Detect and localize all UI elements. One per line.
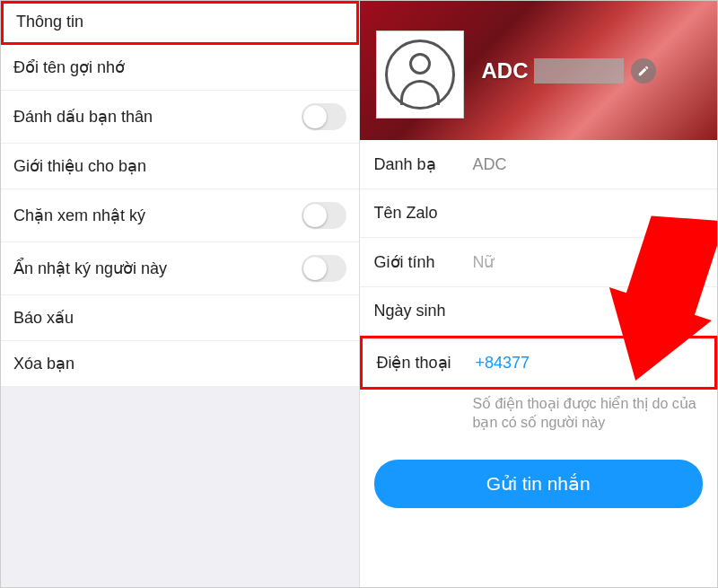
edit-name-button[interactable] [631, 58, 656, 83]
settings-menu-panel: Thông tin Đổi tên gợi nhớ Đánh dấu bạn t… [1, 1, 360, 587]
profile-header: ADC [360, 1, 718, 140]
empty-area [1, 387, 359, 587]
info-row-dob: Ngày sinh [360, 287, 718, 336]
menu-item-label: Chặn xem nhật ký [13, 206, 302, 225]
menu-item-block-timeline[interactable]: Chặn xem nhật ký [1, 189, 359, 242]
info-row-contact: Danh bạ ADC [360, 140, 718, 189]
menu-item-unfriend[interactable]: Xóa bạn [1, 341, 359, 387]
redacted-name [534, 58, 624, 83]
info-value-phone[interactable]: +84377 [476, 354, 530, 373]
avatar[interactable] [376, 31, 464, 118]
menu-item-info[interactable]: Thông tin [1, 1, 359, 45]
settings-list: Thông tin Đổi tên gợi nhớ Đánh dấu bạn t… [1, 1, 359, 387]
menu-item-label: Đánh dấu bạn thân [13, 107, 302, 127]
menu-item-label: Thông tin [16, 13, 344, 31]
menu-item-label: Báo xấu [13, 308, 346, 328]
profile-name-row: ADC [464, 58, 656, 83]
send-message-button[interactable]: Gửi tin nhắn [374, 460, 704, 508]
info-key: Điện thoại [377, 353, 476, 373]
menu-item-label: Xóa bạn [13, 354, 346, 373]
toggle-close-friend[interactable] [302, 103, 346, 130]
profile-info-list: Danh bạ ADC Tên Zalo Giới tính Nữ Ngày s… [360, 140, 718, 447]
menu-item-rename[interactable]: Đổi tên gợi nhớ [1, 45, 359, 91]
menu-item-report[interactable]: Báo xấu [1, 295, 359, 341]
phone-note: Số điện thoại được hiển thị do của bạn c… [360, 390, 718, 447]
info-row-phone: Điện thoại +84377 [363, 338, 715, 387]
info-value: Nữ [473, 252, 495, 272]
pencil-icon [637, 65, 650, 77]
toggle-block-timeline[interactable] [302, 202, 346, 229]
info-value: ADC [473, 155, 507, 174]
menu-item-label: Ẩn nhật ký người này [13, 259, 302, 278]
menu-item-label: Giới thiệu cho bạn [13, 156, 346, 176]
menu-item-close-friend[interactable]: Đánh dấu bạn thân [1, 91, 359, 144]
info-row-gender: Giới tính Nữ [360, 238, 718, 287]
menu-item-introduce[interactable]: Giới thiệu cho bạn [1, 144, 359, 189]
info-key: Danh bạ [374, 154, 473, 174]
toggle-hide-timeline[interactable] [302, 255, 346, 282]
info-key: Tên Zalo [374, 204, 473, 223]
info-key: Ngày sinh [374, 302, 473, 320]
menu-item-label: Đổi tên gợi nhớ [13, 57, 346, 77]
info-row-phone-highlight: Điện thoại +84377 [360, 336, 718, 390]
info-key: Giới tính [374, 252, 473, 272]
avatar-placeholder-icon [385, 39, 455, 110]
menu-item-hide-timeline[interactable]: Ẩn nhật ký người này [1, 242, 359, 295]
profile-name: ADC [482, 58, 529, 83]
profile-panel: ADC Danh bạ ADC Tên Zalo Giới tính Nữ [360, 1, 718, 587]
info-row-zalo-name: Tên Zalo [360, 189, 718, 238]
